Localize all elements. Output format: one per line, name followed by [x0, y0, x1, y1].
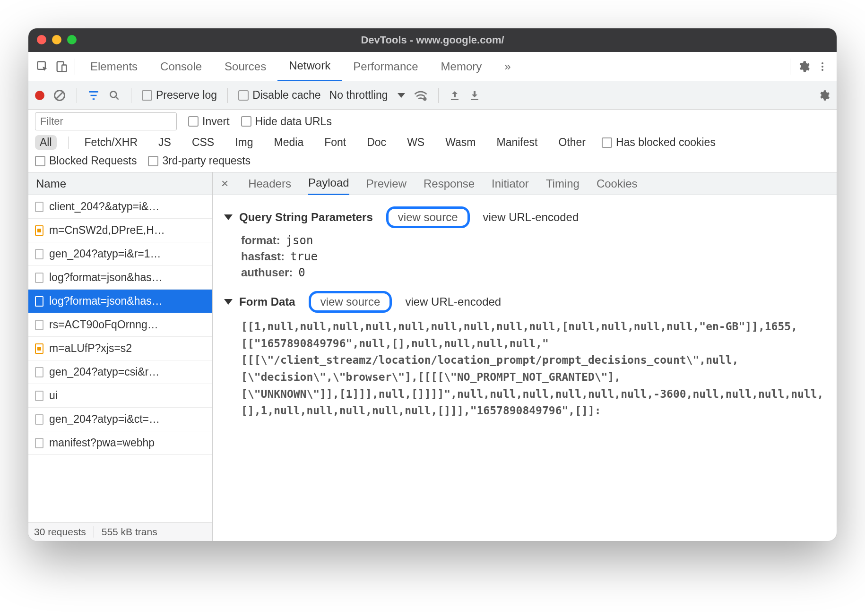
detail-tab-response[interactable]: Response [424, 172, 475, 195]
view-source-button[interactable]: view source [386, 206, 470, 228]
expand-toggle-icon[interactable] [224, 214, 233, 220]
throttling-value: No throttling [329, 89, 388, 102]
request-name: manifest?pwa=webhp [49, 436, 155, 449]
request-name: gen_204?atyp=i&ct=… [49, 413, 160, 426]
svg-point-4 [822, 66, 823, 68]
param-key: hasfast: [241, 250, 285, 263]
request-list: Name client_204?&atyp=i&…m=CnSW2d,DPreE,… [28, 172, 213, 541]
request-name: client_204?&atyp=i&… [49, 200, 159, 213]
filter-type-img[interactable]: Img [230, 135, 258, 150]
kebab-menu-icon[interactable] [813, 57, 832, 76]
detail-tab-timing[interactable]: Timing [546, 172, 580, 195]
filter-type-css[interactable]: CSS [187, 135, 219, 150]
settings-gear-icon[interactable] [794, 57, 813, 76]
tab-console[interactable]: Console [149, 52, 213, 81]
query-param: authuser:0 [241, 266, 825, 279]
request-name: m=aLUfP?xjs=s2 [49, 342, 132, 355]
clear-icon[interactable] [53, 89, 66, 102]
main-tabs: ElementsConsoleSourcesNetworkPerformance… [28, 52, 837, 81]
filter-input[interactable] [35, 112, 177, 130]
document-file-icon [35, 296, 43, 307]
document-file-icon [35, 320, 43, 330]
minimize-window-button[interactable] [52, 35, 61, 44]
tab-performance[interactable]: Performance [342, 52, 429, 81]
filter-type-all[interactable]: All [35, 135, 57, 150]
throttling-select[interactable]: No throttling [329, 89, 405, 102]
detail-tab-cookies[interactable]: Cookies [597, 172, 638, 195]
tab-memory[interactable]: Memory [430, 52, 493, 81]
more-tabs-button[interactable]: » [493, 52, 522, 81]
third-party-checkbox[interactable]: 3rd-party requests [148, 154, 251, 167]
payload-body: Query String Parameters view source view… [213, 195, 837, 541]
search-icon[interactable] [108, 89, 121, 102]
detail-tabs: × HeadersPayloadPreviewResponseInitiator… [213, 172, 837, 195]
request-row[interactable]: m=CnSW2d,DPreE,H… [28, 219, 212, 242]
document-file-icon [35, 367, 43, 377]
detail-tab-preview[interactable]: Preview [366, 172, 407, 195]
window-title: DevTools - www.google.com/ [361, 34, 504, 46]
document-file-icon [35, 273, 43, 283]
request-row[interactable]: client_204?&atyp=i&… [28, 195, 212, 219]
request-row[interactable]: gen_204?atyp=i&r=1… [28, 242, 212, 266]
filter-type-doc[interactable]: Doc [362, 135, 391, 150]
request-row[interactable]: gen_204?atyp=i&ct=… [28, 408, 212, 431]
detail-tab-headers[interactable]: Headers [248, 172, 291, 195]
status-bar: 30 requests 555 kB trans [28, 522, 212, 541]
filter-type-media[interactable]: Media [269, 135, 309, 150]
record-button[interactable] [35, 91, 44, 100]
request-row[interactable]: manifest?pwa=webhp [28, 431, 212, 455]
filter-type-fetchxhr[interactable]: Fetch/XHR [80, 135, 142, 150]
filter-type-manifest[interactable]: Manifest [492, 135, 543, 150]
request-detail: × HeadersPayloadPreviewResponseInitiator… [213, 172, 837, 541]
request-row[interactable]: rs=ACT90oFqOrnng… [28, 313, 212, 337]
view-url-encoded-button[interactable]: view URL-encoded [405, 295, 501, 308]
preserve-log-checkbox[interactable]: Preserve log [142, 89, 217, 102]
request-name: ui [49, 389, 58, 402]
view-url-encoded-button[interactable]: view URL-encoded [483, 211, 579, 224]
tab-sources[interactable]: Sources [213, 52, 277, 81]
hide-data-urls-checkbox[interactable]: Hide data URLs [241, 115, 332, 128]
network-conditions-icon[interactable] [414, 89, 428, 102]
filter-icon[interactable] [87, 89, 100, 102]
param-key: format: [241, 234, 280, 247]
disable-cache-label: Disable cache [252, 89, 320, 102]
filter-type-js[interactable]: JS [154, 135, 176, 150]
filter-type-font[interactable]: Font [320, 135, 351, 150]
device-toolbar-icon[interactable] [52, 57, 71, 76]
request-row[interactable]: m=aLUfP?xjs=s2 [28, 337, 212, 360]
invert-checkbox[interactable]: Invert [188, 115, 230, 128]
inspect-element-icon[interactable] [33, 57, 52, 76]
disable-cache-checkbox[interactable]: Disable cache [238, 89, 320, 102]
detail-tab-payload[interactable]: Payload [308, 172, 349, 195]
blocked-requests-checkbox[interactable]: Blocked Requests [35, 154, 137, 167]
tab-elements[interactable]: Elements [79, 52, 149, 81]
tab-network[interactable]: Network [277, 52, 342, 81]
request-row[interactable]: log?format=json&has… [28, 266, 212, 290]
script-file-icon [35, 343, 43, 354]
devtools-window: DevTools - www.google.com/ ElementsConso… [28, 28, 837, 541]
filter-type-other[interactable]: Other [554, 135, 590, 150]
close-detail-icon[interactable]: × [221, 176, 228, 191]
svg-point-8 [423, 97, 427, 101]
svg-rect-10 [471, 99, 478, 100]
param-value: true [290, 250, 318, 263]
filter-type-wasm[interactable]: Wasm [441, 135, 480, 150]
expand-toggle-icon[interactable] [224, 299, 233, 305]
script-file-icon [35, 225, 43, 236]
import-har-icon[interactable] [449, 89, 460, 102]
filter-type-ws[interactable]: WS [402, 135, 429, 150]
has-blocked-cookies-checkbox[interactable]: Has blocked cookies [602, 136, 716, 149]
chevron-down-icon [398, 93, 405, 98]
request-row[interactable]: ui [28, 384, 212, 408]
detail-tab-initiator[interactable]: Initiator [492, 172, 529, 195]
request-row[interactable]: gen_204?atyp=csi&r… [28, 360, 212, 384]
close-window-button[interactable] [37, 35, 46, 44]
name-column-header[interactable]: Name [28, 172, 212, 195]
svg-rect-9 [451, 99, 458, 100]
request-row[interactable]: log?format=json&has… [28, 290, 212, 313]
export-har-icon[interactable] [469, 89, 480, 102]
request-name: log?format=json&has… [49, 271, 163, 284]
maximize-window-button[interactable] [67, 35, 77, 44]
panel-settings-gear-icon[interactable] [818, 89, 830, 102]
view-source-button[interactable]: view source [309, 291, 392, 313]
